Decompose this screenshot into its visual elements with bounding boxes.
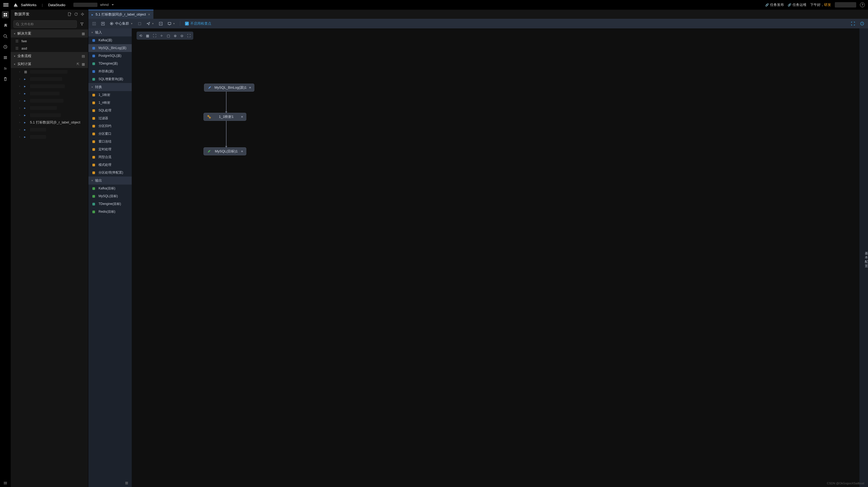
scan-icon[interactable] [851,22,855,26]
tree-folder[interactable]: ›▦ [11,68,88,75]
right-config-rail[interactable]: 基本配置 [860,28,868,487]
node-sink[interactable]: MySQL(目标)1 [204,147,246,155]
solution-item[interactable]: ☷fwe [11,37,88,45]
import-icon[interactable]: ⇱ [76,62,80,66]
palette-item[interactable]: 同型合流 [88,153,132,161]
fit-icon[interactable]: ⛶ [153,34,156,38]
palette-item[interactable]: PostgreSQL(源) [88,52,132,60]
component-icon [92,38,96,42]
panel-icon[interactable]: ▤ [82,54,85,58]
palette-item[interactable]: TDengine(源) [88,60,132,67]
svg-rect-17 [168,23,171,25]
palette-item[interactable]: SQL处理 [88,106,132,114]
palette-item[interactable]: 分区窗口 [88,130,132,138]
zoom-out-icon[interactable]: ⊖ [181,34,183,38]
palette-item[interactable]: 分区处理(带配置) [88,169,132,177]
palette-item[interactable]: TDengine(目标) [88,200,132,208]
palette-item[interactable]: Kafka(目标) [88,185,132,192]
palette-item[interactable]: 1_1映射 [88,91,132,99]
palette-item[interactable]: 外部表(源) [88,67,132,75]
palette-group-transform[interactable]: ▾转换 [88,83,132,91]
tree-item[interactable]: ›▸ [11,97,88,104]
close-icon[interactable]: × [148,12,150,17]
collapse-palette-icon[interactable] [88,479,132,487]
task-publish-link[interactable]: 🔗任务发布 [765,2,784,7]
palette-item[interactable]: 过滤器 [88,114,132,122]
section-realtime[interactable]: ▾ 实时计算 ⇱▦ [11,60,88,68]
workspace-selector[interactable]: whmd [71,2,117,8]
tree-item[interactable]: ›▸ [11,126,88,133]
tree-item-active[interactable]: ›▸5.1 打标数据同步_r_label_object [11,119,88,126]
save-icon[interactable] [92,22,96,26]
actual-size-icon[interactable]: ▢ [167,34,170,38]
rail-fx-icon[interactable]: fx [2,65,9,72]
rail-list-icon[interactable] [2,54,9,61]
grid-icon[interactable]: ▦ [82,32,85,36]
checkpoint-toggle[interactable]: ✓ 不启用检查点 [185,21,211,26]
tree-item[interactable]: ›▸ [11,133,88,140]
palette-item[interactable]: 1_n映射 [88,99,132,106]
fullscreen-icon[interactable]: ⛶ [187,34,191,38]
mapping-icon [207,115,211,119]
send-dropdown[interactable]: ▼ [147,22,154,26]
chevron-down-icon [112,3,114,6]
tree-item[interactable]: ›▸ [11,83,88,90]
flow-canvas[interactable]: ⟲ ▦ ⛶ ✧ ▢ ⊕ ⊖ ⛶ MySQL_BinLog(源)1 [132,28,860,487]
rail-trash-icon[interactable] [2,75,9,83]
palette-item[interactable]: 定时处理 [88,146,132,153]
refresh-icon[interactable]: ⟲ [139,34,142,38]
palette-item[interactable]: Kafka(源) [88,36,132,44]
filter-icon[interactable] [79,21,85,28]
palette-item[interactable]: Redis(目标) [88,208,132,216]
node-source[interactable]: MySQL_BinLog(源)1 [204,84,254,92]
grid-icon[interactable]: ▦ [82,62,85,66]
search-input[interactable] [21,22,74,26]
edge[interactable] [226,121,226,148]
mysql-target-icon [207,149,211,153]
palette-item[interactable]: 窗口连结 [88,138,132,146]
grid-icon[interactable]: ▦ [146,34,149,38]
tree-item[interactable]: ›▸ [11,104,88,112]
hamburger-menu-icon[interactable] [3,2,8,7]
section-workflow[interactable]: ▾ 业务流程 ▤ [11,52,88,60]
cluster-dropdown[interactable]: 中心集群 ▼ [110,21,133,26]
component-icon [92,62,96,66]
tree-item[interactable]: ›▸ [11,90,88,97]
palette-item[interactable]: MySQL_BinLog(源) [88,44,132,52]
stop-icon[interactable] [137,22,142,26]
search-input-wrapper[interactable] [13,20,77,28]
auto-layout-icon[interactable]: ✧ [160,34,163,38]
rail-search-icon[interactable] [2,33,9,40]
user-avatar[interactable] [835,2,856,7]
format-icon[interactable] [159,22,163,26]
refresh-icon[interactable] [74,12,78,16]
bottom-hamburger-icon[interactable] [0,479,11,487]
palette-group-input[interactable]: ▾输入 [88,28,132,36]
locate-icon[interactable] [81,12,84,16]
palette-item[interactable]: 分区归约 [88,122,132,130]
edge[interactable] [226,92,226,113]
node-transform[interactable]: 1_1映射1 [204,113,246,121]
svg-rect-44 [208,116,209,117]
rail-clock-icon[interactable] [2,43,9,50]
new-file-icon[interactable] [68,12,71,16]
rail-data-dev-icon[interactable] [2,11,9,18]
task-ops-link[interactable]: 🔗任务运维 [788,2,806,7]
svg-rect-22 [92,55,95,57]
palette-item[interactable]: MySQL(目标) [88,192,132,200]
rail-puzzle-icon[interactable] [2,22,9,29]
section-solution[interactable]: ▾ 解决方案 ▦ [11,29,88,37]
component-icon [92,77,96,82]
tree-item[interactable]: ›▸ [11,112,88,119]
solution-item[interactable]: ☷asd [11,45,88,52]
zoom-in-icon[interactable]: ⊕ [174,34,177,38]
help-icon[interactable]: ? [860,2,865,7]
tree-item[interactable]: ›▸ [11,75,88,83]
help-circle-icon[interactable]: ? [860,22,864,26]
palette-item[interactable]: 模式处理 [88,161,132,169]
tab-active[interactable]: ▸ 5.1 打标数据同步_r_label_object × [88,10,153,19]
submit-icon[interactable] [101,22,105,26]
palette-group-output[interactable]: ▾输出 [88,177,132,185]
palette-item[interactable]: SQL增量查询(源) [88,75,132,83]
screen-dropdown[interactable]: ▼ [167,22,175,26]
